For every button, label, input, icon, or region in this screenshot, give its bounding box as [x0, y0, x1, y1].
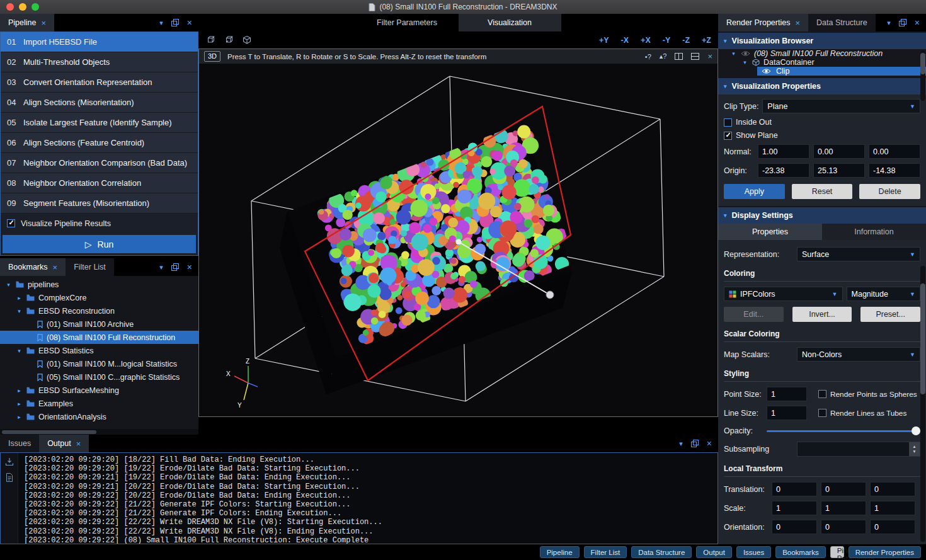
maximize-window-button[interactable]	[31, 3, 39, 11]
chevron-right-icon[interactable]: ▸	[16, 387, 23, 394]
dock-toggle-bookmarks[interactable]: Bookmarks	[775, 546, 826, 558]
representation-dropdown[interactable]: Surface ▼	[797, 247, 920, 261]
render-points-spheres-checkbox[interactable]	[818, 390, 826, 398]
close-tab-icon[interactable]: ×	[53, 263, 58, 271]
view-mode-badge[interactable]: 3D	[204, 51, 220, 62]
console-log[interactable]: [2023:02:20 09:29:20] [18/22] Fill Bad D…	[18, 453, 717, 544]
apply-button[interactable]: Apply	[724, 184, 785, 199]
tab-render-properties[interactable]: Render Properties ×	[718, 14, 808, 31]
split-vertical-icon[interactable]	[675, 53, 683, 60]
close-view-icon[interactable]: ×	[707, 52, 712, 61]
eye-icon[interactable]	[762, 68, 771, 74]
chevron-down-icon[interactable]: ▾	[724, 38, 727, 44]
bookmark-item--01-small-in100-archive[interactable]: (01) Small IN100 Archive	[0, 317, 198, 331]
tab-pipeline[interactable]: Pipeline ×	[0, 14, 54, 31]
orientation-z-field[interactable]	[870, 520, 915, 534]
clip-type-dropdown[interactable]: Plane ▼	[762, 99, 920, 113]
float-panel-icon[interactable]	[899, 19, 906, 26]
float-panel-icon[interactable]	[171, 19, 179, 26]
bookmark-folder-ebsd-statistics[interactable]: ▾EBSD Statistics	[0, 344, 198, 357]
bookmark-item--08-small-in100-full-reconstruction[interactable]: (08) Small IN100 Full Reconstruction	[0, 331, 198, 344]
dock-toggle-output[interactable]: Output	[696, 546, 732, 558]
browser-scrollbar[interactable]	[920, 50, 925, 101]
close-panel-icon[interactable]: ×	[707, 439, 712, 448]
translation-z-field[interactable]	[870, 482, 915, 496]
orientation-y-field[interactable]	[821, 520, 866, 534]
dock-toggle-pipeline[interactable]: Pipeline	[540, 546, 580, 558]
origin-y-field[interactable]	[813, 163, 865, 178]
normal-x-field[interactable]	[758, 144, 809, 159]
chevron-right-icon[interactable]: ▸	[16, 295, 23, 301]
minimize-window-button[interactable]	[19, 3, 26, 11]
pipeline-filter-row-03[interactable]: 03Convert Orientation Representation	[1, 72, 198, 93]
tab-filter-parameters[interactable]: Filter Parameters	[356, 14, 459, 31]
axis-preset-minus-y[interactable]: -Y	[663, 36, 671, 45]
normal-z-field[interactable]	[869, 144, 920, 159]
chevron-down-icon[interactable]: ▾	[724, 212, 727, 219]
subsampling-spinbox[interactable]: ▲▼	[797, 442, 920, 457]
close-tab-icon[interactable]: ×	[76, 440, 81, 448]
bookmark-item--01-small-in100-m-logical-statistics[interactable]: (01) Small IN100 M...logical Statistics	[0, 357, 198, 370]
visualization-properties-header[interactable]: ▾ Visualization Properties	[718, 78, 926, 94]
close-window-button[interactable]	[6, 3, 14, 11]
slider-thumb[interactable]	[912, 426, 920, 435]
delete-button[interactable]: Delete	[859, 184, 920, 199]
run-pipeline-button[interactable]: ▷ Run	[3, 235, 196, 253]
bookmark-folder-pipelines[interactable]: ▾pipelines	[0, 278, 198, 291]
tab-display-information[interactable]: Information	[822, 224, 926, 240]
tab-filter-list[interactable]: Filter List	[66, 258, 114, 276]
browser-item-datacontainer[interactable]: ▾ DataContainer	[718, 58, 926, 67]
close-panel-icon[interactable]: ×	[187, 263, 192, 271]
horizontal-scrollbar[interactable]	[0, 429, 198, 435]
bookmark-item--05-small-in100-c-graphic-statistics[interactable]: (05) Small IN100 C...graphic Statistics	[0, 370, 198, 384]
pipeline-filter-row-02[interactable]: 02Multi-Threshold Objects	[1, 52, 198, 72]
bookmark-folder-complexcore[interactable]: ▸ComplexCore	[0, 291, 198, 304]
opacity-slider[interactable]	[767, 426, 920, 435]
tab-bookmarks[interactable]: Bookmarks ×	[0, 258, 66, 276]
bookmark-folder-examples[interactable]: ▸Examples	[0, 397, 198, 410]
tab-visualization[interactable]: Visualization	[459, 14, 561, 31]
axis-preset-minus-z[interactable]: -Z	[682, 36, 690, 45]
preset-colormap-button[interactable]: Preset...	[860, 307, 920, 322]
log-file-icon[interactable]	[6, 473, 13, 482]
dock-toggle-filter-list[interactable]: Filter List	[584, 546, 627, 558]
camera-fit-icon[interactable]	[224, 35, 234, 45]
pipeline-filter-row-08[interactable]: 08Neighbor Orientation Correlation	[1, 173, 198, 193]
chevron-down-icon[interactable]: ▾	[16, 348, 23, 354]
inside-out-checkbox[interactable]	[724, 118, 732, 127]
visualization-browser-header[interactable]: ▾ Visualization Browser	[718, 33, 926, 49]
origin-x-field[interactable]	[758, 163, 809, 178]
chevron-down-icon[interactable]: ▾	[16, 308, 23, 314]
pipeline-filter-row-07[interactable]: 07Neighbor Orientation Comparison (Bad D…	[1, 153, 198, 173]
origin-z-field[interactable]	[869, 163, 920, 178]
browser-item-clip[interactable]: Clip	[718, 67, 926, 76]
chevron-right-icon[interactable]: ▸	[16, 401, 23, 407]
split-horizontal-icon[interactable]	[691, 53, 699, 60]
properties-scrollbar[interactable]	[920, 266, 925, 542]
dock-toggle-issues[interactable]: Issues	[736, 546, 771, 558]
pipeline-filter-row-09[interactable]: 09Segment Features (Misorientation)	[1, 193, 198, 214]
chevron-down-icon[interactable]: ▾	[741, 59, 748, 66]
float-panel-icon[interactable]	[691, 440, 699, 447]
close-panel-icon[interactable]: ×	[187, 18, 192, 27]
show-plane-checkbox[interactable]	[724, 132, 732, 140]
pipeline-filter-row-04[interactable]: 04Align Sections (Misorientation)	[1, 93, 198, 113]
export-log-icon[interactable]	[5, 457, 14, 466]
invert-colormap-button[interactable]: Invert...	[792, 307, 852, 322]
line-size-field[interactable]	[767, 406, 807, 420]
translation-y-field[interactable]	[821, 482, 866, 496]
scrollbar-thumb[interactable]	[920, 283, 925, 394]
axis-preset-minus-x[interactable]: -X	[621, 36, 629, 45]
point-picker-icon[interactable]: •?	[645, 53, 651, 60]
axis-preset-plus-x[interactable]: +X	[641, 36, 651, 45]
scale-z-field[interactable]	[870, 501, 915, 515]
edit-colormap-button[interactable]: Edit...	[724, 307, 784, 322]
chevron-down-icon[interactable]: ▾	[159, 20, 163, 26]
display-settings-header[interactable]: ▾ Display Settings	[718, 207, 926, 224]
tab-output[interactable]: Output ×	[39, 435, 89, 452]
chevron-right-icon[interactable]: ▸	[16, 414, 23, 420]
browser-item-pipeline[interactable]: ▾ (08) Small IN100 Full Reconstruction	[718, 49, 926, 58]
translation-x-field[interactable]	[772, 482, 817, 496]
spinner-buttons[interactable]: ▲▼	[909, 442, 920, 456]
bookmark-folder-ebsd-surfacemeshing[interactable]: ▸EBSD SurfaceMeshing	[0, 384, 198, 397]
